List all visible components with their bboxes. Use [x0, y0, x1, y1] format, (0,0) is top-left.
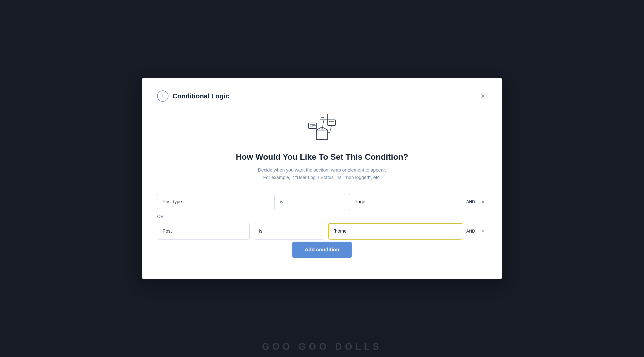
condition-2-and-label: AND	[466, 229, 475, 234]
illustration	[307, 112, 337, 144]
condition-2-field1[interactable]	[157, 223, 250, 240]
condition-row-1: AND ×	[157, 194, 487, 210]
plus-icon: +	[161, 93, 165, 99]
add-condition-label: Add condition	[305, 247, 339, 252]
background-text: GOO GOO DOLLS	[262, 341, 382, 352]
main-heading: How Would You Like To Set This Condition…	[236, 152, 408, 162]
close-icon: ×	[481, 92, 485, 100]
modal-title: Conditional Logic	[173, 92, 229, 100]
condition-1-remove-button[interactable]: ×	[479, 197, 487, 207]
condition-row-2: AND ×	[157, 223, 487, 240]
remove-2-icon: ×	[481, 228, 485, 235]
condition-2-field3[interactable]	[328, 223, 462, 240]
subtext-line1: Decide when you want the section, wrap o…	[258, 166, 386, 174]
condition-1-field3[interactable]	[349, 194, 462, 210]
svg-line-8	[322, 120, 324, 130]
svg-line-7	[330, 125, 332, 133]
condition-1-field1[interactable]	[157, 194, 270, 210]
conditional-logic-modal: + Conditional Logic ×	[142, 78, 502, 279]
svg-rect-3	[320, 114, 328, 120]
condition-2-field2[interactable]	[254, 223, 324, 240]
subtext: Decide when you want the section, wrap o…	[258, 166, 386, 181]
modal-header: + Conditional Logic ×	[157, 90, 487, 102]
svg-rect-0	[316, 130, 328, 139]
conditional-logic-icon	[307, 112, 337, 143]
conditions-section: AND × OR AND ×	[157, 194, 487, 240]
remove-1-icon: ×	[481, 198, 485, 206]
condition-2-remove-button[interactable]: ×	[479, 227, 487, 236]
condition-1-and-label: AND	[466, 200, 475, 204]
modal-body: How Would You Like To Set This Condition…	[157, 112, 487, 258]
subtext-line2: For example, if "User Login Status" "is"…	[258, 174, 386, 181]
condition-1-field2[interactable]	[274, 194, 345, 210]
or-separator: OR	[157, 210, 487, 223]
plus-icon-button[interactable]: +	[157, 90, 168, 102]
svg-rect-2	[328, 120, 335, 125]
add-condition-button[interactable]: Add condition	[292, 242, 352, 258]
close-button[interactable]: ×	[479, 91, 487, 101]
modal-title-group: + Conditional Logic	[157, 90, 229, 102]
